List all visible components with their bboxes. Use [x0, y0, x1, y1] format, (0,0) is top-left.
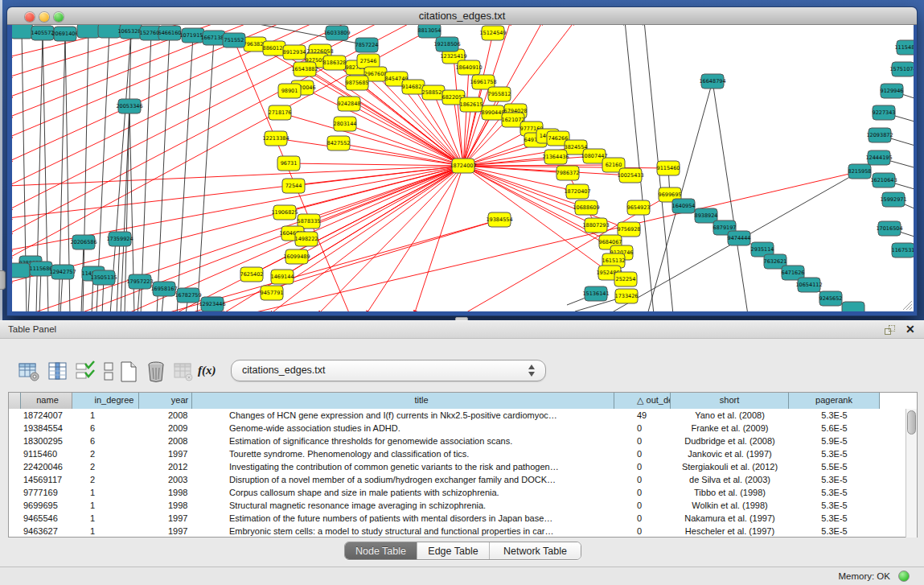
graph-node[interactable]: 9129946: [881, 84, 904, 98]
close-window-button[interactable]: [25, 12, 35, 22]
graph-node[interactable]: 7955812: [488, 87, 511, 101]
column-header-pagerank[interactable]: pagerank: [789, 393, 880, 409]
graph-node[interactable]: 20053346: [116, 99, 142, 113]
graph-node[interactable]: 751552: [223, 33, 245, 47]
graph-node[interactable]: 9756928: [618, 222, 641, 237]
graph-edge[interactable]: [713, 81, 748, 311]
graph-edge[interactable]: [12, 25, 446, 258]
graph-node[interactable]: 2718176: [269, 105, 292, 120]
graph-node[interactable]: 1498222: [295, 232, 318, 246]
table-settings-icon[interactable]: [18, 360, 40, 383]
graph-edge[interactable]: [280, 113, 463, 166]
tab-network-table[interactable]: Network Table: [490, 542, 581, 559]
graph-node[interactable]: 6466160: [158, 26, 182, 40]
graph-node[interactable]: 15992971: [880, 192, 906, 207]
graph-node[interactable]: 27546: [357, 54, 380, 68]
graph-edge[interactable]: [185, 220, 499, 311]
graph-node[interactable]: 18720407: [564, 184, 590, 199]
graph-node[interactable]: 15124549: [479, 26, 506, 40]
zoom-window-button[interactable]: [54, 12, 64, 22]
table-row[interactable]: 2242004622012Investigating the contribut…: [9, 460, 906, 473]
graph-node[interactable]: 19218506: [433, 37, 460, 51]
graph-node[interactable]: 9227343: [873, 105, 896, 120]
graph-node[interactable]: 15136141: [582, 286, 609, 301]
graph-node[interactable]: 16210643: [870, 173, 897, 187]
graph-node[interactable]: 1733426: [615, 289, 639, 303]
graph-node[interactable]: [12, 263, 30, 278]
table-row[interactable]: 1872400712008Changes of HCN gene express…: [9, 409, 906, 422]
graph-node[interactable]: 9654923: [627, 200, 651, 215]
memory-status-indicator[interactable]: [898, 571, 910, 582]
graph-node[interactable]: [842, 302, 864, 311]
graph-edge[interactable]: [297, 166, 463, 257]
graph-node[interactable]: 10025433: [617, 168, 643, 183]
graph-node[interactable]: 8215958: [848, 164, 872, 179]
graph-node[interactable]: 7625402: [240, 267, 264, 282]
graph-node[interactable]: 20691406: [51, 27, 78, 41]
graph-node[interactable]: 8912934: [283, 45, 306, 60]
graph-edge[interactable]: [245, 171, 860, 311]
graph-edge[interactable]: [197, 38, 214, 311]
graph-node[interactable]: 8938924: [695, 208, 718, 223]
graph-node[interactable]: 17957223: [126, 274, 153, 289]
table-row[interactable]: 946554611997Estimation of the future num…: [9, 512, 906, 525]
network-window-titlebar[interactable]: citations_edges.txt: [7, 7, 917, 25]
column-header-in_degree[interactable]: in_degree: [72, 393, 139, 409]
panel-collapse-handle[interactable]: [0, 270, 6, 290]
column-header-short[interactable]: short: [671, 393, 789, 409]
graph-node[interactable]: 17016504: [876, 221, 902, 236]
graph-node[interactable]: 9242848: [338, 97, 361, 111]
graph-node[interactable]: 12093872: [866, 128, 893, 142]
scrollbar-thumb[interactable]: [907, 410, 916, 435]
float-panel-icon[interactable]: [885, 325, 895, 336]
table-vertical-scrollbar[interactable]: [906, 409, 917, 538]
graph-node[interactable]: [77, 25, 100, 38]
graph-node[interactable]: 9115460: [657, 161, 680, 175]
graph-node[interactable]: 8813054: [418, 25, 441, 38]
graph-node[interactable]: 13505135: [90, 270, 117, 285]
graph-node[interactable]: 98901: [278, 84, 301, 98]
graph-node[interactable]: 9245652: [819, 291, 843, 306]
graph-node[interactable]: 7986372: [556, 166, 580, 180]
graph-edge[interactable]: [345, 124, 463, 166]
graph-edge[interactable]: [463, 165, 614, 166]
graph-node[interactable]: 12923446: [199, 297, 225, 311]
graph-node[interactable]: 1405572: [31, 26, 55, 40]
graph-node[interactable]: 252254: [614, 272, 637, 286]
graph-edge[interactable]: [289, 163, 463, 166]
graph-edge[interactable]: [414, 166, 463, 311]
column-header-out_de[interactable]: △ out_de…: [614, 393, 671, 409]
graph-node[interactable]: 10654112: [795, 278, 822, 292]
graph-node[interactable]: 12444195: [865, 150, 892, 165]
graph-node[interactable]: 16033809: [323, 26, 350, 40]
graph-node[interactable]: 8186328: [323, 56, 347, 70]
table-row[interactable]: 1938455462009Genome-wide association stu…: [9, 422, 906, 435]
graph-edge[interactable]: [463, 156, 594, 166]
table-row[interactable]: 1456911722003Disruption of a novel membe…: [9, 473, 906, 486]
graph-node[interactable]: 21364436: [542, 150, 569, 164]
graph-node[interactable]: 1167531: [892, 243, 914, 257]
select-rows-icon[interactable]: [74, 360, 97, 383]
graph-node[interactable]: 16648794: [699, 74, 725, 89]
graph-node[interactable]: 16958167: [150, 282, 177, 296]
graph-node[interactable]: 18807293: [582, 218, 609, 233]
column-header-title[interactable]: title: [192, 393, 614, 409]
function-builder-icon[interactable]: f(x): [198, 364, 216, 377]
tab-edge-table[interactable]: Edge Table: [417, 542, 490, 559]
new-table-icon[interactable]: [117, 360, 140, 383]
delete-rows-icon[interactable]: [145, 360, 167, 383]
column-header-name[interactable]: name: [21, 393, 72, 409]
graph-node[interactable]: 11906825: [271, 205, 298, 220]
column-header-year[interactable]: year: [139, 393, 192, 409]
graph-node[interactable]: 17359924: [106, 232, 133, 246]
graph-edge[interactable]: [141, 33, 151, 311]
graph-node[interactable]: 18640910: [455, 60, 482, 75]
graph-node[interactable]: 12942757: [49, 265, 76, 279]
graph-node[interactable]: 72544: [282, 179, 305, 193]
graph-node[interactable]: 9875685: [346, 76, 369, 90]
table-selector-dropdown[interactable]: citations_edges.txt: [231, 360, 546, 381]
graph-node[interactable]: 11154808: [894, 40, 914, 55]
graph-node[interactable]: 9474444: [728, 231, 751, 245]
delete-table-icon[interactable]: [172, 360, 195, 383]
graph-node[interactable]: 1469144: [271, 270, 294, 284]
